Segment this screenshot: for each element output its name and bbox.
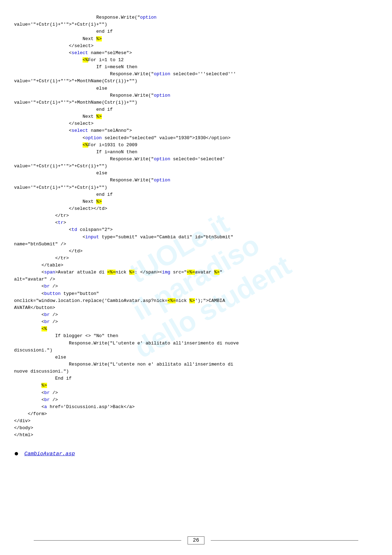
bullet-section: ● CambioAvatar.asp [14,450,378,458]
bullet-dot: ● [14,450,19,458]
page-number: 26 [188,536,204,544]
page-footer: 26 [0,536,392,544]
cambioavatar-link[interactable]: CambioAvatar.asp [24,451,75,457]
code-block: Response.Write("option value='"+Cstr(i)+… [14,7,378,439]
footer-line-left [34,540,181,541]
footer-line-right [211,540,358,541]
